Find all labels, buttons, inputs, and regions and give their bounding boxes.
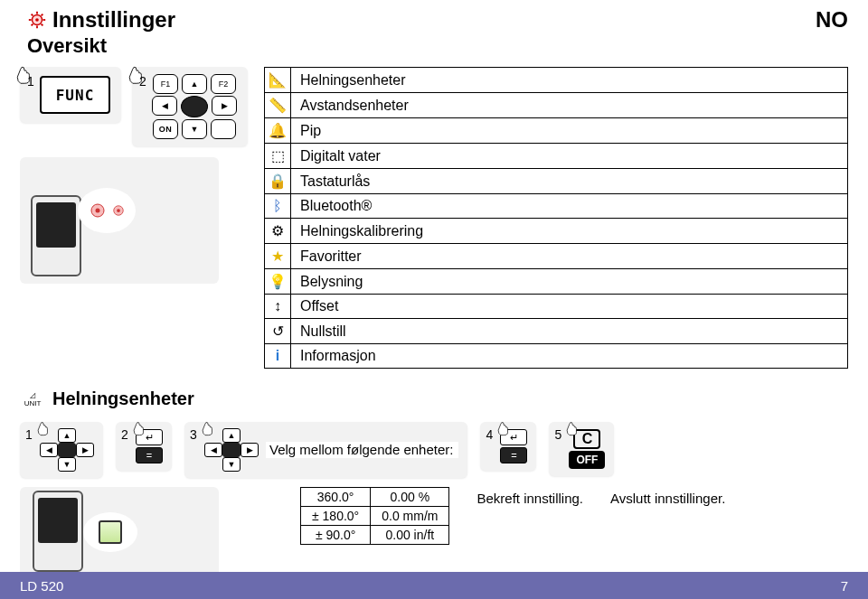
up-key[interactable]: ▲ [222, 428, 241, 443]
svg-line-8 [32, 24, 33, 26]
unit-icon: ◿ UNIT [20, 389, 45, 409]
gear-icon [87, 200, 108, 221]
enter-pad[interactable]: ↵ = [500, 429, 527, 463]
menu-item[interactable]: Belysning [291, 269, 848, 295]
step-number: 1 [27, 74, 34, 89]
up-key[interactable]: ▲ [182, 74, 207, 94]
right-key[interactable]: ▶ [241, 443, 259, 457]
enter-top-key[interactable]: ↵ [500, 429, 527, 445]
unit-cell: 360.0° [301, 488, 371, 507]
svg-point-13 [117, 209, 120, 212]
f2-key[interactable]: F2 [211, 74, 236, 94]
menu-item[interactable]: Helningsenheter [291, 68, 848, 93]
select-units-text: Velg mellom følgende enheter: [266, 442, 458, 459]
settings-gear-icon [27, 10, 47, 30]
page-title: Innstillinger [52, 7, 175, 33]
dpad[interactable]: ▲ ▼ ◀ ▶ [204, 429, 259, 471]
right-key[interactable]: ▶ [212, 96, 237, 116]
left-key[interactable]: ◀ [152, 96, 177, 116]
off-key[interactable]: OFF [569, 451, 605, 469]
unit-small-label: UNIT [24, 399, 42, 407]
down-key[interactable]: ▼ [182, 119, 207, 139]
device-icon [31, 195, 81, 276]
page-footer: LD 520 7 [0, 572, 868, 599]
center-key[interactable] [181, 96, 208, 117]
dpad[interactable]: ▲ ▼ ◀ ▶ [40, 429, 94, 471]
device-screen-gears [20, 157, 219, 284]
center-key[interactable] [58, 443, 76, 457]
enter-bottom-key[interactable]: = [136, 447, 163, 463]
enter-top-key[interactable]: ↵ [136, 429, 163, 445]
section-title: Helningsenheter [52, 388, 194, 409]
unit-cell: 0.00 % [371, 488, 449, 507]
page-subtitle: Oversikt [27, 34, 175, 58]
step-b-2-enter: 2 ↵ = [116, 422, 172, 471]
unit-cell: ± 90.0° [301, 526, 371, 545]
gear-icon [110, 202, 127, 219]
device-icon [33, 491, 83, 572]
speech-bubble-highlight-icon [83, 512, 137, 552]
menu-item[interactable]: Nullstill [291, 319, 848, 344]
enter-bottom-key[interactable]: = [500, 447, 527, 463]
enter-pad[interactable]: ↵ = [136, 429, 163, 463]
step-b-5-exit: 5 C OFF [549, 422, 614, 476]
svg-point-11 [96, 209, 100, 213]
menu-item[interactable]: Favoritter [291, 244, 848, 269]
svg-point-1 [35, 18, 39, 22]
step-1-func: 1 FUNC [20, 67, 121, 123]
step-b-3-select-units: 3 ▲ ▼ ◀ ▶ Velg mellom følgende enheter: [184, 422, 467, 478]
lock-icon: 🔒 [265, 169, 291, 194]
menu-item[interactable]: Avstandsenheter [291, 93, 848, 118]
language-code: NO [816, 7, 848, 33]
svg-line-6 [32, 14, 33, 16]
speech-bubble-gears-icon [78, 188, 136, 233]
footer-page: 7 [841, 578, 848, 594]
step-b-1-navigate: 1 ▲ ▼ ◀ ▶ [20, 422, 103, 478]
down-key[interactable]: ▼ [58, 457, 76, 472]
on-key[interactable]: ON [153, 119, 178, 139]
c-key[interactable]: C [573, 429, 600, 449]
offset-icon: ↕ [265, 295, 291, 319]
f1-key[interactable]: F1 [153, 74, 178, 94]
menu-item[interactable]: Bluetooth® [291, 194, 848, 219]
menu-item[interactable]: Informasjon [291, 344, 848, 369]
menu-item[interactable]: Digitalt vater [291, 144, 848, 169]
bluetooth-icon: ᛒ [265, 194, 291, 219]
step-2-keypad: 2 F1 ▲ F2 ◀ ▶ ON [132, 67, 248, 146]
menu-item[interactable]: Pip [291, 118, 848, 144]
unit-cell: 0.00 in/ft [371, 526, 449, 545]
reset-icon: ↺ [265, 319, 291, 344]
unit-cell: ± 180.0° [301, 507, 371, 526]
units-options-table: 360.0° 0.00 % ± 180.0° 0.0 mm/m ± 90.0° … [300, 487, 449, 545]
svg-line-7 [42, 24, 43, 26]
exit-text: Avslutt innstillinger. [610, 487, 725, 545]
menu-item[interactable]: Tastaturlås [291, 169, 848, 194]
star-icon: ★ [265, 244, 291, 269]
step-number: 2 [139, 74, 146, 89]
left-key[interactable]: ◀ [40, 443, 58, 457]
func-button[interactable]: FUNC [40, 76, 110, 114]
lightbulb-icon: 💡 [265, 269, 291, 295]
level-icon: ⬚ [265, 144, 291, 169]
step-number: 5 [554, 427, 561, 442]
right-key[interactable]: ▶ [76, 443, 94, 457]
incline-unit-icon: 📐 [265, 68, 291, 93]
calibration-icon: ⚙ [265, 219, 291, 244]
down-key[interactable]: ▼ [222, 457, 241, 472]
left-key[interactable]: ◀ [204, 443, 222, 457]
confirm-text: Bekreft innstilling. [476, 487, 583, 545]
info-icon: i [265, 344, 291, 369]
settings-menu-table: 📐Helningsenheter 📏Avstandsenheter 🔔Pip ⬚… [264, 67, 848, 369]
beep-icon: 🔔 [265, 118, 291, 144]
menu-item[interactable]: Offset [291, 295, 848, 319]
step-number: 4 [486, 427, 493, 442]
center-key[interactable] [222, 443, 241, 457]
step-number: 3 [190, 427, 197, 442]
up-key[interactable]: ▲ [58, 428, 76, 443]
step-b-4-confirm: 4 ↵ = [480, 422, 536, 471]
keypad[interactable]: F1 ▲ F2 ◀ ▶ ON ▼ [152, 74, 237, 139]
distance-unit-icon: 📏 [265, 93, 291, 118]
svg-line-9 [42, 14, 43, 16]
menu-item[interactable]: Helningskalibrering [291, 219, 848, 244]
extra-key[interactable] [211, 119, 236, 139]
